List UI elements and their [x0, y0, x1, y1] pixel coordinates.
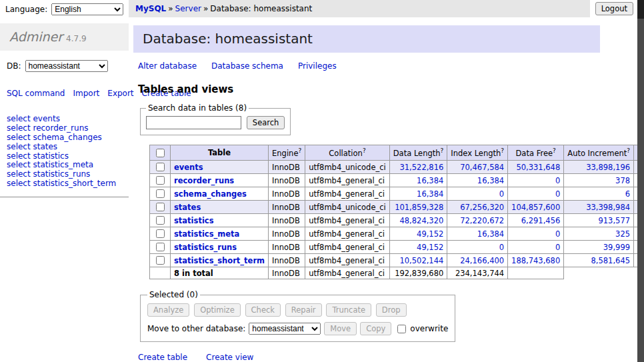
- truncate-button[interactable]: Truncate: [326, 303, 371, 317]
- table-row-recorder-runs: recorder_runs InnoDB utf8mb4_general_ci …: [150, 174, 644, 187]
- table-name-link[interactable]: statistics_meta: [174, 229, 239, 239]
- data-free-link[interactable]: 0: [555, 176, 560, 185]
- data-length-link[interactable]: 16,384: [417, 176, 443, 185]
- index-length-link[interactable]: 16,384: [477, 176, 504, 185]
- index-length-link[interactable]: 24,166,400: [460, 256, 504, 265]
- row-checkbox[interactable]: [156, 216, 165, 225]
- auto-increment-link[interactable]: 39,999: [603, 243, 630, 252]
- help-icon[interactable]: ?: [501, 147, 504, 154]
- breadcrumb-separator: »: [168, 4, 173, 13]
- sidebar-item-select-statistics-meta[interactable]: select statistics_meta: [7, 161, 122, 170]
- move-button[interactable]: Move: [324, 322, 357, 335]
- sidebar-item-select-statistics-runs[interactable]: select statistics_runs: [7, 170, 122, 179]
- scrollbar-thumb[interactable]: [637, 0, 644, 19]
- row-checkbox[interactable]: [156, 189, 165, 198]
- sidebar-item-select-schema-changes[interactable]: select schema_changes: [7, 133, 122, 142]
- search-button[interactable]: Search: [247, 116, 285, 129]
- sidebar: Language: English Adminer4.7.9 DB: homea…: [0, 0, 129, 362]
- auto-increment-link[interactable]: 6: [625, 189, 630, 199]
- sidebar-item-select-states[interactable]: select states: [7, 142, 122, 151]
- sidebar-item-select-statistics-short-term[interactable]: select statistics_short_term: [7, 179, 122, 189]
- sidebar-item-select-recorder-runs[interactable]: select recorder_runs: [7, 123, 122, 133]
- auto-increment-link[interactable]: 913,577: [598, 216, 630, 225]
- row-checkbox[interactable]: [156, 243, 165, 251]
- index-length-link[interactable]: 0: [499, 243, 504, 252]
- data-free-link[interactable]: 50,331,648: [516, 163, 560, 172]
- table-name-link[interactable]: statistics_runs: [174, 243, 237, 252]
- index-length-link[interactable]: 16,384: [477, 229, 504, 239]
- drop-button[interactable]: Drop: [376, 303, 407, 317]
- data-free-link[interactable]: 6,291,456: [521, 216, 561, 225]
- check-all-checkbox[interactable]: [156, 149, 165, 157]
- data-length-link[interactable]: 101,859,328: [395, 203, 443, 212]
- table-row-statistics-runs: statistics_runs InnoDB utf8mb4_general_c…: [150, 241, 644, 254]
- help-icon[interactable]: ?: [553, 147, 556, 154]
- data-free-link[interactable]: 0: [555, 189, 560, 199]
- copy-button[interactable]: Copy: [360, 322, 391, 335]
- auto-increment-link[interactable]: 33,898,196: [586, 163, 630, 172]
- row-checkbox[interactable]: [156, 203, 165, 211]
- adminer-logo-link[interactable]: Adminer: [9, 29, 63, 44]
- table-name-link[interactable]: events: [174, 163, 203, 172]
- data-length-link[interactable]: 49,152: [417, 229, 443, 239]
- data-length-link[interactable]: 10,502,144: [399, 256, 443, 265]
- db-selector-row: DB: homeassistant: [0, 51, 129, 73]
- auto-increment-link[interactable]: 33,398,984: [586, 203, 630, 212]
- table-row-statistics-meta: statistics_meta InnoDB utf8mb4_general_c…: [150, 227, 644, 241]
- table-name-link[interactable]: states: [174, 203, 201, 212]
- help-icon[interactable]: ?: [363, 147, 366, 154]
- optimize-button[interactable]: Optimize: [194, 303, 241, 317]
- help-icon[interactable]: ?: [298, 147, 301, 154]
- table-name-link[interactable]: statistics_short_term: [174, 256, 265, 265]
- data-free-link[interactable]: 0: [555, 229, 560, 239]
- data-length-link[interactable]: 16,384: [417, 189, 443, 199]
- data-free-link[interactable]: 188,743,680: [511, 256, 560, 265]
- data-length-link[interactable]: 49,152: [417, 243, 443, 252]
- data-length-link[interactable]: 48,824,320: [399, 216, 443, 225]
- row-checkbox[interactable]: [156, 256, 165, 265]
- breadcrumb-server-link[interactable]: Server: [175, 4, 201, 13]
- create-view-link[interactable]: Create view: [206, 353, 253, 362]
- breadcrumb-mysql-link[interactable]: MySQL: [135, 4, 166, 13]
- import-link[interactable]: Import: [73, 89, 99, 98]
- row-checkbox[interactable]: [156, 163, 165, 171]
- alter-database-link[interactable]: Alter database: [138, 61, 197, 71]
- row-checkbox[interactable]: [156, 176, 165, 185]
- repair-button[interactable]: Repair: [285, 303, 322, 317]
- index-length-link[interactable]: 72,220,672: [460, 216, 504, 225]
- privileges-link[interactable]: Privileges: [298, 61, 337, 71]
- check-button[interactable]: Check: [245, 303, 281, 317]
- move-db-select[interactable]: homeassistant: [249, 323, 321, 335]
- db-select[interactable]: homeassistant: [25, 60, 108, 72]
- database-schema-link[interactable]: Database schema: [211, 61, 283, 71]
- sql-command-link[interactable]: SQL command: [7, 89, 65, 98]
- help-icon[interactable]: ?: [441, 147, 444, 154]
- table-header-row: Table Engine? Collation? Data Length? In…: [150, 145, 644, 161]
- index-length-link[interactable]: 67,256,320: [460, 203, 504, 212]
- row-checkbox[interactable]: [156, 229, 165, 238]
- sidebar-item-select-statistics[interactable]: select statistics: [7, 151, 122, 161]
- data-length-link[interactable]: 31,522,816: [399, 163, 443, 172]
- table-name-link[interactable]: schema_changes: [174, 189, 247, 199]
- index-length-link[interactable]: 70,467,584: [460, 163, 504, 172]
- auto-increment-link[interactable]: 325: [615, 229, 630, 239]
- sidebar-item-select-events[interactable]: select events: [7, 114, 122, 123]
- create-table-link[interactable]: Create table: [138, 353, 187, 362]
- table-name-link[interactable]: statistics: [174, 216, 214, 225]
- vertical-scrollbar[interactable]: [637, 0, 644, 362]
- language-select[interactable]: English: [51, 3, 123, 15]
- total-collation: utf8mb4_general_ci: [305, 267, 390, 279]
- index-length-link[interactable]: 0: [499, 189, 504, 199]
- search-input[interactable]: [146, 116, 241, 129]
- table-total-row: 8 in total InnoDB utf8mb4_general_ci 192…: [150, 267, 644, 279]
- auto-increment-link[interactable]: 8,581,645: [591, 256, 631, 265]
- overwrite-checkbox[interactable]: [397, 325, 406, 333]
- data-free-link[interactable]: 0: [555, 243, 560, 252]
- analyze-button[interactable]: Analyze: [147, 303, 189, 317]
- data-free-link[interactable]: 104,857,600: [511, 203, 560, 212]
- table-name-link[interactable]: recorder_runs: [174, 176, 234, 185]
- logout-button[interactable]: Logout: [595, 2, 633, 15]
- collation-cell: utf8mb4_unicode_ci: [305, 201, 390, 214]
- help-icon[interactable]: ?: [627, 147, 630, 154]
- auto-increment-link[interactable]: 378: [615, 176, 630, 185]
